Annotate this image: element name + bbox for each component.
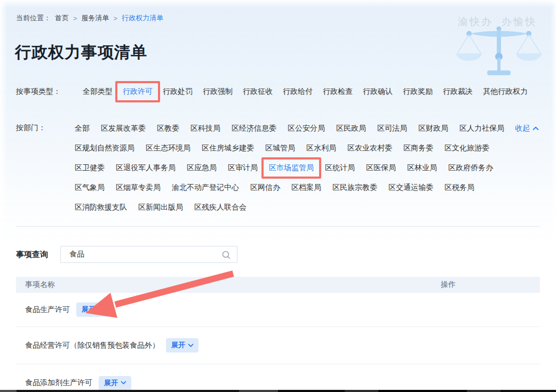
table-row: 食品生产许可 展开: [16, 293, 540, 327]
search-box: [60, 246, 237, 263]
dept-row: 区卫健委 区退役军人事务局 区应急局 区审计局 区市场监管局 区统计局 区医保局…: [75, 158, 507, 178]
page-title: 行政权力事项清单: [15, 42, 147, 63]
dept-option[interactable]: 区规划自然资源局: [75, 143, 134, 153]
item-name: 食品添加剂生产许可: [25, 378, 92, 388]
chevron-up-icon: [533, 126, 539, 131]
dept-option[interactable]: 区财政局: [418, 124, 448, 133]
dept-option[interactable]: 区商务委: [403, 143, 433, 153]
breadcrumb-separator: >: [114, 14, 118, 22]
type-option[interactable]: 行政奖励: [403, 87, 433, 97]
dept-option[interactable]: 区教委: [157, 124, 179, 133]
dept-option[interactable]: 区医保局: [366, 163, 396, 173]
item-name: 食品生产许可: [25, 305, 70, 315]
dept-option[interactable]: 区税务局: [444, 183, 474, 193]
type-option-all[interactable]: 全部类型: [83, 87, 113, 97]
dept-option[interactable]: 区发展改革委: [101, 124, 146, 133]
breadcrumb: 当前位置： 首页 > 服务清单 > 行政权力清单: [16, 13, 163, 23]
dept-option[interactable]: 区水利局: [306, 143, 336, 153]
type-option[interactable]: 行政确认: [363, 87, 393, 97]
dept-option[interactable]: 区司法局: [377, 124, 407, 133]
type-option[interactable]: 行政征收: [243, 87, 273, 97]
column-header-action: 操作: [441, 280, 456, 290]
dept-row: 全部 区发展改革委 区教委 区科技局 区经济信息委 区公安分局 区民政局 区司法…: [75, 118, 507, 138]
expand-button[interactable]: 展开: [99, 376, 131, 390]
dept-option-market-supervision[interactable]: 区市场监管局: [261, 157, 321, 179]
type-option[interactable]: 行政裁决: [443, 87, 473, 97]
table-row: 食品添加剂生产许可 展开: [16, 364, 540, 392]
search-label: 事项查询: [16, 246, 48, 263]
dept-option[interactable]: 区交通运输委: [388, 183, 433, 193]
type-option-administrative-licensing[interactable]: 行政许可: [115, 81, 160, 102]
dept-option[interactable]: 区消防救援支队: [75, 203, 127, 212]
dept-option[interactable]: 区统计局: [325, 163, 355, 173]
dept-option[interactable]: 区退役军人事务局: [116, 163, 176, 173]
dept-option[interactable]: 区科技局: [190, 124, 220, 133]
type-filter-row: 按事项类型： 全部类型 行政许可 行政处罚 行政强制 行政征收 行政给付 行政检…: [16, 87, 528, 97]
table-row: 食品经营许可（除仅销售预包装食品外） 展开: [16, 327, 540, 364]
chevron-down-icon: [98, 308, 104, 311]
dept-option[interactable]: 区残疾人联合会: [194, 203, 247, 212]
dept-option[interactable]: 区民政局: [336, 124, 366, 133]
page: 当前位置： 首页 > 服务清单 > 行政权力清单 渝快办 办愉快 行政权力事项清…: [0, 0, 556, 392]
dept-filter-label: 按部门：: [16, 123, 46, 133]
column-header-item-name: 事项名称: [16, 280, 55, 290]
dept-option[interactable]: 区经济信息委: [232, 124, 276, 133]
dept-option[interactable]: 区农业农村委: [347, 143, 392, 153]
dept-option[interactable]: 区应急局: [187, 163, 217, 173]
section-divider: [16, 226, 540, 227]
dept-row: 区规划自然资源局 区生态环境局 区住房城乡建委 区城管局 区水利局 区农业农村委…: [75, 138, 507, 158]
table-header: 事项名称 操作: [16, 277, 540, 293]
breadcrumb-separator: >: [73, 14, 77, 22]
dept-option[interactable]: 区卫健委: [75, 163, 105, 173]
dept-option[interactable]: 区新闻出版局: [138, 203, 183, 212]
dept-option[interactable]: 区城管局: [265, 143, 295, 153]
type-option[interactable]: 行政强制: [203, 87, 233, 97]
type-option[interactable]: 行政检查: [323, 87, 353, 97]
type-option[interactable]: 其他行政权力: [483, 87, 528, 97]
dept-option[interactable]: 区烟草专卖局: [116, 183, 161, 193]
expand-button[interactable]: 展开: [166, 338, 198, 353]
dept-option[interactable]: 区审计局: [228, 163, 258, 173]
search-icon[interactable]: [221, 250, 231, 260]
window-bottom-edge: [0, 390, 556, 392]
dept-option[interactable]: 区公安分局: [288, 124, 325, 133]
chevron-down-icon: [188, 343, 194, 347]
collapse-button[interactable]: 收起: [515, 124, 539, 133]
type-option[interactable]: 行政给付: [283, 87, 313, 97]
scales-of-justice-icon: [456, 26, 542, 76]
expand-button[interactable]: 展开: [76, 302, 109, 317]
type-option[interactable]: 行政处罚: [163, 87, 193, 97]
search-input[interactable]: [61, 246, 237, 262]
breadcrumb-service-list[interactable]: 服务清单: [82, 13, 109, 23]
dept-option[interactable]: 区网信办: [250, 183, 280, 193]
dept-option[interactable]: 渝北不动产登记中心: [172, 183, 239, 193]
dept-row: 区消防救援支队 区新闻出版局 区残疾人联合会: [75, 197, 507, 217]
breadcrumb-current: 行政权力清单: [122, 13, 163, 23]
type-filter-label: 按事项类型：: [16, 87, 61, 97]
dept-option[interactable]: 区政府侨务办: [448, 163, 493, 173]
breadcrumb-home[interactable]: 首页: [55, 13, 69, 23]
dept-row: 区气象局 区烟草专卖局 渝北不动产登记中心 区网信办 区档案局 区民族宗教委 区…: [75, 178, 507, 197]
dept-option[interactable]: 区人力社保局: [459, 124, 504, 133]
table-body: 食品生产许可 展开 食品经营许可（除仅销售预包装食品外） 展开 食品添加剂生产许…: [16, 293, 540, 392]
dept-option[interactable]: 区民族宗教委: [332, 183, 377, 193]
dept-option[interactable]: 区文化旅游委: [444, 143, 489, 153]
dept-option[interactable]: 区住房城乡建委: [202, 143, 254, 153]
dept-option[interactable]: 区档案局: [291, 183, 321, 193]
breadcrumb-label: 当前位置：: [16, 13, 51, 23]
dept-option[interactable]: 区林业局: [407, 163, 437, 173]
dept-option[interactable]: 区气象局: [75, 183, 105, 193]
item-name: 食品经营许可（除仅销售预包装食品外）: [25, 341, 160, 350]
chevron-down-icon: [121, 381, 126, 385]
dept-filter-rows: 全部 区发展改革委 区教委 区科技局 区经济信息委 区公安分局 区民政局 区司法…: [75, 118, 507, 217]
dept-option[interactable]: 区生态环境局: [146, 143, 190, 153]
dept-option-all[interactable]: 全部: [75, 124, 90, 133]
